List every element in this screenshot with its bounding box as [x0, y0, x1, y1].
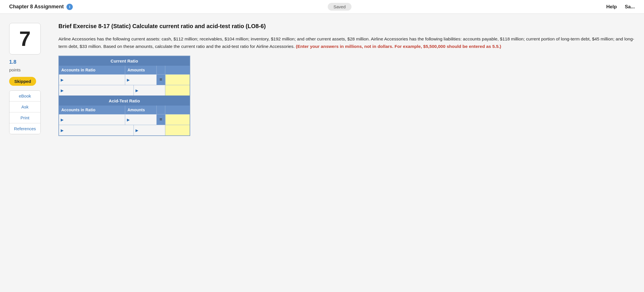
top-bar-actions: Help Sa...	[606, 4, 635, 10]
acid-test-result	[165, 114, 190, 125]
current-ratio-result-bottom	[165, 85, 190, 96]
acid-test-row2-account-cell: ▶	[59, 125, 134, 135]
points-section: 1.8 points	[9, 59, 21, 72]
current-ratio-result	[165, 75, 190, 85]
current-ratio-row1: ▶ ▶ =	[59, 74, 190, 85]
ebook-button[interactable]: eBook	[9, 91, 40, 102]
exercise-body: Airline Accessories has the following cu…	[58, 35, 635, 50]
current-ratio-col2-header: Amounts	[125, 66, 157, 74]
exercise-instruction: (Enter your answers in millions, not in …	[296, 44, 501, 49]
current-ratio-col1-header: Accounts in Ratio	[59, 66, 125, 74]
acid-test-ratio-header: Acid-Test Ratio	[59, 96, 190, 106]
question-number-box: 7	[9, 23, 41, 54]
acid-test-row1: ▶ ▶ =	[59, 114, 190, 125]
ask-button[interactable]: Ask	[9, 102, 40, 112]
acid-test-ratio-col-headers: Accounts in Ratio Amounts	[59, 106, 190, 114]
help-link[interactable]: Help	[606, 4, 617, 10]
references-button[interactable]: References	[9, 123, 40, 134]
current-ratio-row2-amount-arrow: ▶	[134, 88, 138, 93]
acid-test-row2-amount-arrow: ▶	[134, 128, 138, 133]
current-ratio-row1-amount-arrow: ▶	[125, 78, 130, 82]
tables-wrapper: Current Ratio Accounts in Ratio Amounts …	[58, 56, 190, 136]
current-ratio-equals: =	[157, 75, 165, 85]
acid-test-row1-amount-input[interactable]	[130, 114, 156, 125]
points-value: 1.8	[9, 59, 21, 65]
right-content: Brief Exercise 8-17 (Static) Calculate c…	[58, 23, 635, 136]
current-ratio-col3-header	[157, 66, 165, 74]
exercise-title: Brief Exercise 8-17 (Static) Calculate c…	[58, 23, 635, 30]
saved-badge: Saved	[328, 3, 352, 11]
current-ratio-result-input[interactable]	[166, 75, 190, 85]
acid-test-result-input[interactable]	[166, 114, 190, 125]
acid-test-row1-amount-arrow: ▶	[125, 118, 130, 122]
acid-test-col2-header: Amounts	[125, 106, 157, 114]
acid-test-row2-amount-input[interactable]	[138, 125, 165, 135]
acid-test-row2-amount-cell: ▶	[134, 125, 165, 135]
current-ratio-row2: ▶ ▶	[59, 85, 190, 96]
acid-test-row1-amount-cell: ▶	[125, 114, 157, 125]
acid-test-col3-header	[157, 106, 165, 114]
acid-test-row1-account-input[interactable]	[64, 114, 125, 125]
acid-test-row2: ▶ ▶	[59, 125, 190, 135]
current-ratio-row1-account-input[interactable]	[64, 75, 125, 85]
acid-test-col4-header	[165, 106, 190, 114]
acid-test-row2-account-input[interactable]	[64, 125, 133, 135]
acid-test-equals: =	[157, 114, 165, 125]
acid-test-row2-arrow: ▶	[59, 128, 64, 133]
acid-test-row1-account-cell: ▶	[59, 114, 125, 125]
current-ratio-row2-amount-input[interactable]	[138, 85, 165, 96]
acid-test-result-bottom	[165, 125, 190, 135]
current-ratio-row2-account-cell: ▶	[59, 85, 134, 96]
current-ratio-row2-account-input[interactable]	[64, 85, 133, 96]
top-bar: Chapter 8 Assignment i Saved Help Sa...	[0, 0, 644, 14]
main-content: 7 1.8 points Skipped eBook Ask Print Ref…	[0, 14, 644, 145]
current-ratio-col4-header	[165, 66, 190, 74]
acid-test-row1-arrow: ▶	[59, 118, 64, 122]
save-link[interactable]: Sa...	[625, 4, 635, 10]
status-badge: Skipped	[9, 77, 36, 86]
current-ratio-row1-amount-input[interactable]	[130, 75, 156, 85]
left-panel: 7 1.8 points Skipped eBook Ask Print Ref…	[9, 23, 49, 136]
points-label: points	[9, 67, 21, 72]
equals-symbol-2: =	[160, 117, 162, 122]
current-ratio-header: Current Ratio	[59, 56, 190, 66]
question-number: 7	[19, 27, 31, 50]
top-bar-title-area: Chapter 8 Assignment i	[9, 4, 73, 10]
acid-test-col1-header: Accounts in Ratio	[59, 106, 125, 114]
print-button[interactable]: Print	[9, 112, 40, 123]
current-ratio-row2-amount-cell: ▶	[134, 85, 165, 96]
current-ratio-row2-arrow: ▶	[59, 88, 64, 93]
nav-buttons: eBook Ask Print References	[9, 90, 41, 134]
info-icon[interactable]: i	[66, 4, 73, 10]
current-ratio-row1-arrow: ▶	[59, 78, 64, 82]
assignment-title: Chapter 8 Assignment	[9, 4, 64, 10]
current-ratio-row1-amount-cell: ▶	[125, 75, 157, 85]
current-ratio-row1-account-cell: ▶	[59, 75, 125, 85]
equals-symbol-1: =	[160, 77, 162, 82]
current-ratio-col-headers: Accounts in Ratio Amounts	[59, 66, 190, 74]
